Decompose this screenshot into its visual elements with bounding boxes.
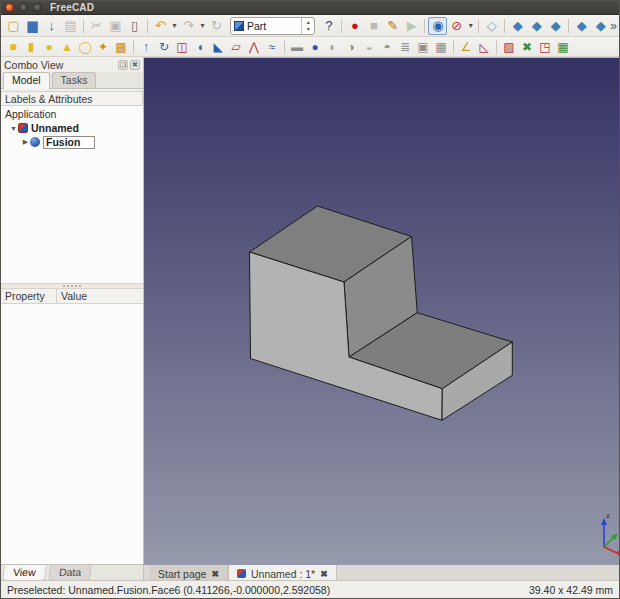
combo-view-header: Combo View ❏ ✖ — [1, 57, 143, 72]
redo-button[interactable]: ↷ — [179, 17, 198, 35]
offset-3d-button[interactable]: ▣ — [414, 38, 432, 55]
view-front-button[interactable]: ◆ — [508, 17, 527, 35]
splitter-handle-icon — [63, 285, 81, 287]
refresh-button[interactable]: ↻ — [207, 17, 226, 35]
undo-button[interactable]: ↶ — [151, 17, 170, 35]
toggle-measurement-3d-button[interactable]: ◳ — [536, 38, 554, 55]
workbench-selector[interactable]: Part ▴ ▾ — [230, 17, 315, 35]
measure-clear-all-button[interactable]: ✖ — [518, 38, 536, 55]
minimize-window-button[interactable] — [19, 3, 28, 12]
close-window-button[interactable] — [5, 3, 14, 12]
new-file-button[interactable]: ▢ — [4, 17, 23, 35]
whats-this-button[interactable]: ? — [319, 17, 338, 35]
macro-record-button[interactable]: ● — [345, 17, 364, 35]
shape-builder-button[interactable]: ▩ — [112, 38, 130, 55]
view-rear-button[interactable]: ◆ — [572, 17, 591, 35]
toolbar-separator — [341, 19, 342, 33]
boolean-cut-button[interactable]: ◐ — [324, 38, 342, 55]
close-tab-icon[interactable]: ✖ — [320, 569, 328, 579]
extrude-button[interactable]: ↑ — [137, 38, 155, 55]
view-bottom-button[interactable]: ◆ — [591, 17, 610, 35]
toggle-measurement-delta-button[interactable]: ▦ — [554, 38, 572, 55]
tab-tasks[interactable]: Tasks — [52, 72, 97, 88]
close-panel-button[interactable]: ✖ — [130, 60, 140, 70]
maximize-window-button[interactable] — [33, 3, 42, 12]
combo-view-tabs: Model Tasks — [1, 72, 143, 89]
tree-item-fusion[interactable]: ▶ Fusion — [1, 135, 143, 149]
toolbar-separator — [496, 40, 497, 54]
macro-play-button[interactable]: ▶ — [402, 17, 421, 35]
sweep-button[interactable]: ≈ — [263, 38, 281, 55]
model-tree: Application ▼ Unnamed ▶ Fusion — [1, 106, 143, 284]
toolbar-separator — [453, 40, 454, 54]
part-cylinder-button[interactable]: ▮ — [22, 38, 40, 55]
tree-item-document[interactable]: ▼ Unnamed — [1, 121, 143, 135]
part-torus-button[interactable]: ◯ — [76, 38, 94, 55]
macro-stop-button[interactable]: ■ — [364, 17, 383, 35]
view-right-button[interactable]: ◆ — [546, 17, 565, 35]
copy-button[interactable]: ▣ — [106, 17, 125, 35]
toolbar-separator — [568, 19, 569, 33]
expand-arrow-icon[interactable]: ▼ — [9, 125, 18, 132]
toolbar-overflow-button[interactable]: » — [610, 19, 617, 33]
chamfer-button[interactable]: ◣ — [209, 38, 227, 55]
measure-refresh-button[interactable]: ▨ — [500, 38, 518, 55]
open-file-button[interactable]: ▆ — [23, 17, 42, 35]
toolbar-separator — [478, 19, 479, 33]
main-area: Combo View ❏ ✖ Model Tasks Labels & Attr… — [1, 57, 619, 582]
mirror-button[interactable]: ◫ — [173, 38, 191, 55]
make-face-button[interactable]: ▱ — [227, 38, 245, 55]
tree-root-application[interactable]: Application — [1, 107, 143, 121]
fusion-selection-frame: Fusion — [43, 136, 95, 149]
fillet-button[interactable]: ◖ — [191, 38, 209, 55]
revolve-button[interactable]: ↻ — [155, 38, 173, 55]
loft-button[interactable]: ⋀ — [245, 38, 263, 55]
part-primitives-button[interactable]: ✦ — [94, 38, 112, 55]
cut-button[interactable]: ✂ — [87, 17, 106, 35]
start-page-tab-label: Start page — [158, 568, 206, 580]
document-tab-icon — [237, 569, 246, 578]
statusbar: Preselected: Unnamed.Fusion.Face6 (0.411… — [1, 580, 619, 598]
property-column-header: Property — [1, 289, 57, 303]
tab-data[interactable]: Data — [48, 565, 92, 581]
redo-dropdown[interactable]: ▾ — [198, 17, 207, 35]
boolean-button[interactable]: ● — [306, 38, 324, 55]
collapse-arrow-icon[interactable]: ▶ — [21, 138, 30, 146]
workbench-combo-spinner[interactable]: ▴ ▾ — [301, 18, 314, 34]
section-button[interactable]: ◓ — [378, 38, 396, 55]
tab-model[interactable]: Model — [3, 72, 50, 89]
measure-linear-button[interactable]: ∠ — [457, 38, 475, 55]
draw-style-dropdown[interactable]: ▾ — [466, 17, 475, 35]
measure-angular-button[interactable]: ◺ — [475, 38, 493, 55]
boolean-union-button[interactable]: ◑ — [342, 38, 360, 55]
fusion-label: Fusion — [46, 136, 80, 148]
view-isometric-button[interactable]: ◇ — [482, 17, 501, 35]
draw-style-button[interactable]: ⊘ — [447, 17, 466, 35]
undo-dropdown[interactable]: ▾ — [170, 17, 179, 35]
tab-view[interactable]: View — [2, 565, 46, 581]
paste-button[interactable]: ▯ — [125, 17, 144, 35]
spinner-up-icon: ▴ — [307, 19, 310, 26]
tree-column-header: Labels & Attributes — [1, 91, 143, 106]
print-button[interactable]: ▤ — [61, 17, 80, 35]
float-panel-button[interactable]: ❏ — [118, 60, 128, 70]
cross-sections-button[interactable]: ≣ — [396, 38, 414, 55]
close-tab-icon[interactable]: ✖ — [211, 569, 219, 579]
property-table-header: Property Value — [1, 289, 143, 304]
view-top-button[interactable]: ◆ — [527, 17, 546, 35]
compound-button[interactable]: ▬ — [288, 38, 306, 55]
part-cone-button[interactable]: ▲ — [58, 38, 76, 55]
fit-all-button[interactable]: ◉ — [428, 17, 447, 35]
save-button[interactable]: ↓ — [42, 17, 61, 35]
titlebar: FreeCAD — [1, 1, 619, 15]
toolbar-file: ▢▆↓▤✂▣▯↶▾↷▾↻ Part ▴ ▾ ?●■✎▶◉⊘▾◇◆◆◆◆◆ » — [1, 15, 619, 37]
part-sphere-button[interactable]: ● — [40, 38, 58, 55]
combo-view-title: Combo View — [4, 59, 63, 71]
part-box-button[interactable]: ■ — [4, 38, 22, 55]
boolean-common-button[interactable]: ◒ — [360, 38, 378, 55]
macro-edit-button[interactable]: ✎ — [383, 17, 402, 35]
thickness-button[interactable]: ▦ — [432, 38, 450, 55]
workbench-selected-value: Part — [247, 20, 301, 32]
3d-viewport[interactable]: z y x — [144, 57, 619, 564]
toolbar-separator — [133, 40, 134, 54]
